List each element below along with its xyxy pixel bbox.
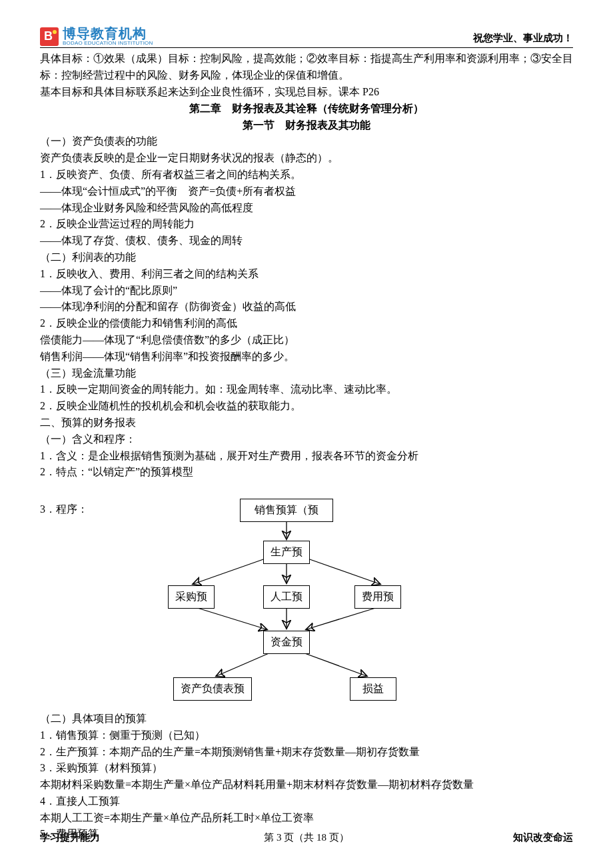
svg-line-1 [193,559,265,584]
footer-page-number: 第 3 页（共 18 页） [264,830,349,845]
logo-en-text: BODAO EDUCATION INSTITUTION [63,41,153,46]
paragraph: ——体现净利润的分配和留存（防御资金）收益的高低 [40,299,573,315]
document-body: 具体目标：①效果（成果）目标：控制风险，提高效能；②效率目标：指提高生产利用率和… [40,51,573,843]
paragraph: ——体现了存货、债权、债务、现金的周转 [40,233,573,249]
paragraph: 资产负债表反映的是企业一定日期财务状况的报表（静态的）。 [40,150,573,167]
paragraph: 本期人工工资=本期生产量×单位产品所耗工时×单位工资率 [40,810,573,827]
paragraph: 具体目标：①效果（成果）目标：控制风险，提高效能；②效率目标：指提高生产利用率和… [40,51,573,84]
node-sales: 销售预算（预 [240,499,333,522]
paragraph: 3．采购预算（材料预算） [40,760,573,777]
paragraph: 二、预算的财务报表 [40,415,573,431]
node-balance-sheet: 资产负债表预 [173,677,252,701]
paragraph: 偿债能力——体现了“利息偿债倍数”的多少（成正比） [40,332,573,349]
logo: 博导教育机构 BODAO EDUCATION INSTITUTION [40,27,153,46]
paragraph: 2．反映企业随机性的投机机会和机会收益的获取能力。 [40,398,573,415]
node-profit-loss: 损益 [350,677,396,701]
paragraph: ——体现“会计恒成式”的平衡 资产=负债+所有者权益 [40,183,573,200]
paragraph: 4．直接人工预算 [40,793,573,810]
logo-icon [40,27,59,46]
flowchart: 销售预算（预 生产预 采购预 人工预 费用预 资金预 资产负债表预 损益 [120,497,453,711]
svg-line-7 [217,652,272,676]
node-labor: 人工预 [263,585,310,609]
page-header: 博导教育机构 BODAO EDUCATION INSTITUTION 祝您学业、… [40,27,573,48]
diagram-label: 3．程序： [40,497,100,518]
paragraph: （一）含义和程序： [40,431,573,448]
page-footer: 学习提升能力 第 3 页（共 18 页） 知识改变命运 [40,830,573,845]
chapter-heading: 第二章 财务报表及其诠释（传统财务管理分析） [40,101,573,117]
paragraph: ——体现企业财务风险和经营风险的高低程度 [40,200,573,217]
paragraph: 2．生产预算：本期产品的生产量=本期预测销售量+期末存货数量—期初存货数量 [40,744,573,761]
logo-cn-text: 博导教育机构 [63,27,153,41]
node-purchase: 采购预 [168,585,215,609]
paragraph: 1．反映资产、负债、所有者权益三者之间的结构关系。 [40,167,573,183]
paragraph: 2．特点：“以销定产”的预算模型 [40,464,573,481]
paragraph: （二）利润表的功能 [40,249,573,266]
paragraph: （三）现金流量功能 [40,365,573,382]
svg-line-3 [308,559,380,584]
paragraph: 2．反映企业的偿债能力和销售利润的高低 [40,315,573,332]
svg-line-6 [306,607,380,629]
node-production: 生产预 [263,541,310,564]
section-heading: 第一节 财务报表及其功能 [40,117,573,134]
paragraph: 销售利润——体现“销售利润率”和投资报酬率的多少。 [40,349,573,365]
svg-line-4 [193,607,267,629]
paragraph: 本期材料采购数量=本期生产量×单位产品材料耗用量+期末材料存货数量—期初材料存货… [40,777,573,793]
paragraph: 2．反映企业营运过程的周转能力 [40,216,573,233]
paragraph: （一）资产负债表的功能 [40,133,573,150]
paragraph: 1．反映收入、费用、利润三者之间的结构关系 [40,266,573,283]
footer-right: 知识改变命运 [513,830,573,845]
paragraph: 1．反映一定期间资金的周转能力。如：现金周转率、流动比率、速动比率。 [40,381,573,398]
paragraph: 1．含义：是企业根据销售预测为基础，展开对生产费用，报表各环节的资金分析 [40,448,573,465]
paragraph: （二）具体项目的预算 [40,711,573,727]
node-funds: 资金预 [263,631,310,654]
node-expense: 费用预 [354,585,401,609]
footer-left: 学习提升能力 [40,830,100,845]
paragraph: ——体现了会计的“配比原则” [40,283,573,299]
paragraph: 基本目标和具体目标联系起来达到企业良性循环，实现总目标。课本 P26 [40,84,573,101]
svg-line-8 [301,652,366,676]
spacer [40,481,573,497]
paragraph: 1．销售预算：侧重于预测（已知） [40,727,573,744]
blessing-text: 祝您学业、事业成功！ [473,31,573,46]
